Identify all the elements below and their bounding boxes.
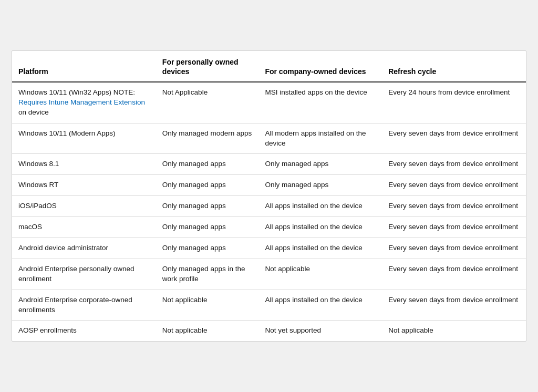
table-row: AOSP enrollmentsNot applicableNot yet su… [12,321,526,341]
platform-cell-0: Windows 10/11 (Win32 Apps) NOTE: Require… [12,82,156,123]
company-cell-9: Not yet supported [258,321,382,341]
refresh-cell-1: Every seven days from device enrollment [382,123,526,154]
platform-cell-4: iOS/iPadOS [12,196,156,217]
personal-cell-1: Only managed modern apps [156,123,259,154]
refresh-cell-8: Every seven days from device enrollment [382,290,526,321]
platform-text: Windows RT [18,181,58,189]
company-cell-8: All apps installed on the device [258,290,382,321]
personal-cell-6: Only managed apps [156,238,259,259]
personal-cell-2: Only managed apps [156,154,259,175]
platform-text: Android Enterprise corporate-owned enrol… [18,296,132,314]
company-cell-1: All modern apps installed on the device [258,123,382,154]
company-cell-6: All apps installed on the device [258,238,382,259]
col-header-platform: Platform [12,51,156,82]
company-cell-4: All apps installed on the device [258,196,382,217]
main-table-container: Platform For personally owned devices Fo… [12,50,526,342]
platform-text: Windows 10/11 (Modern Apps) [18,129,116,137]
refresh-cell-0: Every 24 hours from device enrollment [382,82,526,123]
personal-cell-5: Only managed apps [156,217,259,238]
table-row: macOSOnly managed appsAll apps installed… [12,217,526,238]
platform-cell-9: AOSP enrollments [12,321,156,341]
platform-text: macOS [18,223,42,231]
table-row: Android device administratorOnly managed… [12,238,526,259]
personal-cell-8: Not applicable [156,290,259,321]
platform-cell-5: macOS [12,217,156,238]
platform-text: iOS/iPadOS [18,202,57,210]
platform-table: Platform For personally owned devices Fo… [12,51,526,342]
platform-cell-2: Windows 8.1 [12,154,156,175]
platform-text-after: on device [18,108,49,116]
platform-cell-1: Windows 10/11 (Modern Apps) [12,123,156,154]
company-cell-7: Not applicable [258,259,382,290]
refresh-cell-9: Not applicable [382,321,526,341]
refresh-cell-6: Every seven days from device enrollment [382,238,526,259]
table-header-row: Platform For personally owned devices Fo… [12,51,526,82]
refresh-cell-2: Every seven days from device enrollment [382,154,526,175]
platform-text: Android device administrator [18,244,108,252]
platform-cell-6: Android device administrator [12,238,156,259]
personal-cell-7: Only managed apps in the work profile [156,259,259,290]
col-header-personal: For personally owned devices [156,51,259,82]
table-row: Windows 10/11 (Win32 Apps) NOTE: Require… [12,82,526,123]
col-header-refresh: Refresh cycle [382,51,526,82]
refresh-cell-3: Every seven days from device enrollment [382,175,526,196]
refresh-cell-4: Every seven days from device enrollment [382,196,526,217]
table-row: Windows 10/11 (Modern Apps)Only managed … [12,123,526,154]
platform-cell-8: Android Enterprise corporate-owned enrol… [12,290,156,321]
intune-management-link[interactable]: Requires Intune Management Extension [18,98,145,106]
company-cell-2: Only managed apps [258,154,382,175]
company-cell-3: Only managed apps [258,175,382,196]
refresh-cell-7: Every seven days from device enrollment [382,259,526,290]
personal-cell-9: Not applicable [156,321,259,341]
platform-text: AOSP enrollments [18,326,77,334]
platform-cell-3: Windows RT [12,175,156,196]
company-cell-5: All apps installed on the device [258,217,382,238]
table-row: Android Enterprise corporate-owned enrol… [12,290,526,321]
table-row: Windows RTOnly managed appsOnly managed … [12,175,526,196]
table-row: iOS/iPadOSOnly managed appsAll apps inst… [12,196,526,217]
refresh-cell-5: Every seven days from device enrollment [382,217,526,238]
table-row: Windows 8.1Only managed appsOnly managed… [12,154,526,175]
platform-text: Windows 8.1 [18,160,59,168]
platform-text: Android Enterprise personally owned enro… [18,265,134,283]
personal-cell-0: Not Applicable [156,82,259,123]
personal-cell-4: Only managed apps [156,196,259,217]
personal-cell-3: Only managed apps [156,175,259,196]
company-cell-0: MSI installed apps on the device [258,82,382,123]
col-header-company: For company-owned devices [258,51,382,82]
table-row: Android Enterprise personally owned enro… [12,259,526,290]
platform-text-before: Windows 10/11 (Win32 Apps) NOTE: [18,88,135,96]
platform-cell-7: Android Enterprise personally owned enro… [12,259,156,290]
